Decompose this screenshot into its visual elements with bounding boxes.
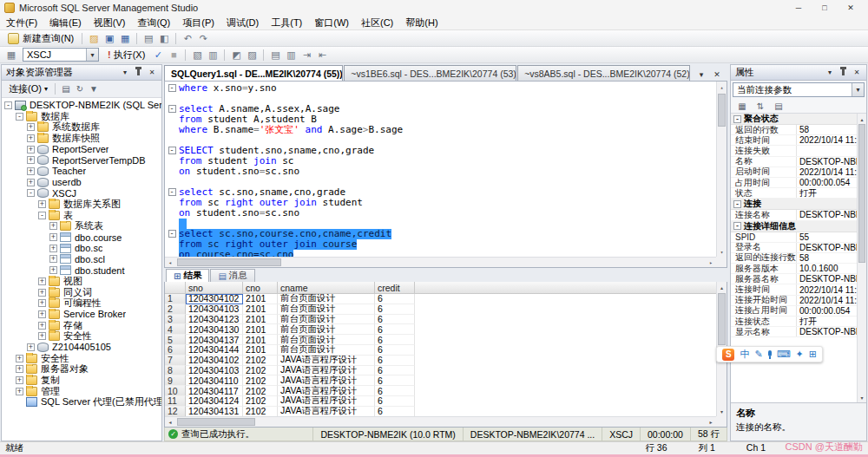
sql-editor[interactable]: -where x.sno=y.sno-select A.sname,A.ssex… bbox=[164, 81, 727, 268]
table-row[interactable]: 1012043041172102JAVA语言程序设计6 bbox=[165, 386, 727, 396]
tree-expander-icon[interactable]: + bbox=[27, 123, 35, 131]
table-cell[interactable]: 6 bbox=[375, 324, 415, 335]
close-icon[interactable]: ✕ bbox=[852, 69, 861, 77]
editor-horizontal-scrollbar[interactable] bbox=[165, 257, 716, 267]
document-tab[interactable]: ~vs8AB5.sql - DES...BME2IK\20774 (52)) bbox=[517, 65, 690, 81]
table-row[interactable]: 712043041022102JAVA语言程序设计6 bbox=[165, 356, 727, 366]
property-pages-icon[interactable]: ▤ bbox=[773, 100, 784, 113]
document-tab[interactable]: ~vs1BE6.sql - DES...BME2IK\20774 (53)) bbox=[344, 65, 516, 81]
new-page-icon[interactable]: ▤ bbox=[141, 32, 155, 45]
scroll-up-icon[interactable] bbox=[717, 82, 727, 92]
tree-item[interactable]: +dbo.student bbox=[2, 264, 161, 276]
scrollbar-thumb[interactable] bbox=[718, 94, 726, 127]
scrollbar-thumb[interactable] bbox=[177, 418, 255, 426]
table-cell[interactable]: 1204304102 bbox=[186, 356, 243, 366]
menu-item[interactable]: 工具(T) bbox=[265, 16, 308, 29]
table-cell[interactable]: 1204304103 bbox=[186, 304, 243, 315]
properties-scrollbar[interactable] bbox=[857, 114, 866, 402]
table-cell[interactable]: 6 bbox=[375, 427, 415, 428]
comment-icon[interactable]: ▤ bbox=[268, 49, 282, 62]
table-cell[interactable]: 前台页面设计 bbox=[278, 324, 375, 335]
tree-item[interactable]: +安全性 bbox=[2, 330, 161, 342]
group-collapse-icon[interactable]: - bbox=[733, 222, 741, 230]
indent-icon[interactable]: ⇥ bbox=[299, 49, 313, 62]
pin-icon[interactable] bbox=[842, 69, 845, 75]
property-group[interactable]: -连接详细信息 bbox=[731, 221, 866, 232]
table-cell[interactable]: JAVA语言程序设计 bbox=[278, 375, 375, 386]
menu-item[interactable]: 项目(P) bbox=[176, 16, 220, 29]
activity-monitor-icon[interactable]: ◧ bbox=[157, 32, 171, 45]
property-row[interactable]: SPID55 bbox=[731, 232, 866, 243]
table-cell[interactable]: 1204304137 bbox=[186, 335, 243, 345]
property-row[interactable]: 名称DESKTOP-NBME2IK bbox=[731, 157, 866, 167]
ime-grid-icon[interactable]: ⊞ bbox=[809, 349, 817, 359]
minimize-button[interactable]: ─ bbox=[786, 0, 812, 16]
column-header[interactable]: cno bbox=[243, 282, 278, 293]
table-cell[interactable]: 6 bbox=[375, 386, 415, 396]
fold-collapse-icon[interactable]: - bbox=[168, 188, 176, 196]
menu-item[interactable]: 编辑(E) bbox=[43, 16, 88, 29]
tree-expander-icon[interactable]: + bbox=[38, 322, 46, 330]
table-cell[interactable]: JAVA语言程序设计 bbox=[278, 396, 375, 407]
tree-expander-icon[interactable]: + bbox=[27, 134, 35, 142]
table-cell[interactable]: JAVA语言程序设计 bbox=[278, 366, 375, 376]
results-tab[interactable]: ⊞结果 bbox=[166, 269, 209, 282]
new-query-button[interactable]: 新建查询(N) bbox=[3, 31, 78, 46]
sogou-logo[interactable]: S bbox=[722, 349, 734, 361]
table-row[interactable]: 1112043041242102JAVA语言程序设计6 bbox=[165, 396, 727, 407]
table-cell[interactable]: 2101 bbox=[243, 315, 278, 325]
table-row[interactable]: 212043041032101前台页面设计6 bbox=[165, 304, 727, 315]
tree-expander-icon[interactable]: + bbox=[49, 222, 57, 230]
table-cell[interactable]: 前台页面设计 bbox=[278, 304, 375, 315]
table-cell[interactable]: 6 bbox=[375, 335, 415, 345]
code-line[interactable]: -where x.sno=y.sno bbox=[165, 83, 715, 94]
row-number-cell[interactable]: 4 bbox=[165, 324, 186, 335]
property-row[interactable]: 连接时间2022/10/14 11:53: bbox=[731, 284, 866, 295]
tree-expander-icon[interactable]: + bbox=[27, 179, 35, 186]
tree-item[interactable]: +userdb bbox=[2, 177, 161, 188]
menu-item[interactable]: 社区(C) bbox=[355, 16, 399, 29]
open-folder-icon[interactable]: ▨ bbox=[87, 32, 101, 45]
tree-item[interactable]: +同义词 bbox=[2, 287, 161, 298]
tree-item[interactable]: +视图 bbox=[2, 276, 161, 287]
tree-item[interactable]: +dbo.sc bbox=[2, 243, 161, 254]
scrollbar-thumb[interactable] bbox=[177, 258, 281, 266]
table-cell[interactable]: 前台页面设计 bbox=[278, 335, 375, 345]
menu-item[interactable]: 文件(F) bbox=[0, 16, 43, 29]
table-cell[interactable]: JAVA语言程序设计 bbox=[278, 407, 375, 417]
property-row[interactable]: 显示名称DESKTOP-NBME2IK bbox=[731, 327, 866, 337]
table-cell[interactable]: 6 bbox=[375, 407, 415, 417]
show-plan-icon[interactable]: ▧ bbox=[190, 49, 204, 62]
tree-expander-icon[interactable]: + bbox=[16, 355, 23, 362]
table-cell[interactable]: 1204304145 bbox=[186, 427, 243, 428]
column-header[interactable]: credit bbox=[375, 282, 415, 293]
tree-expander-icon[interactable]: + bbox=[27, 167, 35, 175]
table-cell[interactable]: 2101 bbox=[243, 335, 278, 345]
tree-expander-icon[interactable]: + bbox=[27, 146, 35, 153]
close-document-icon[interactable]: ✕ bbox=[712, 68, 722, 81]
stop-icon[interactable]: ■ bbox=[167, 49, 181, 62]
row-number-cell[interactable]: 9 bbox=[165, 375, 186, 386]
tree-item[interactable]: +服务器对象 bbox=[2, 364, 161, 375]
window-options-icon[interactable]: ▾ bbox=[121, 69, 129, 77]
tree-expander-icon[interactable]: + bbox=[16, 365, 23, 373]
table-cell[interactable]: 1204304123 bbox=[186, 315, 243, 325]
scrollbar-thumb[interactable] bbox=[858, 124, 865, 263]
property-row[interactable]: 占用时间00:00:00.054 bbox=[731, 178, 866, 188]
group-collapse-icon[interactable]: - bbox=[733, 115, 741, 123]
property-row[interactable]: 连接状态打开 bbox=[731, 317, 866, 327]
table-row[interactable]: 612043041442101前台页面设计6 bbox=[165, 345, 727, 356]
close-icon[interactable]: ✕ bbox=[148, 69, 156, 77]
property-row[interactable]: 登录名DESKTOP-NBME2IK bbox=[731, 243, 866, 253]
menu-item[interactable]: 窗口(W) bbox=[308, 16, 355, 29]
scroll-up-icon[interactable] bbox=[717, 282, 727, 292]
tree-expander-icon[interactable]: + bbox=[49, 233, 57, 241]
property-row[interactable]: 连接失败 bbox=[731, 146, 866, 156]
filter-icon[interactable]: ▼ bbox=[88, 82, 100, 95]
tree-expander-icon[interactable]: - bbox=[38, 212, 46, 219]
ime-pen-icon[interactable]: ✎ bbox=[754, 349, 762, 359]
table-cell[interactable]: 6 bbox=[375, 375, 415, 386]
row-number-cell[interactable]: 6 bbox=[165, 345, 186, 356]
uncomment-icon[interactable]: ▥ bbox=[284, 49, 298, 62]
server-connect-icon[interactable]: ▤ bbox=[60, 82, 72, 95]
